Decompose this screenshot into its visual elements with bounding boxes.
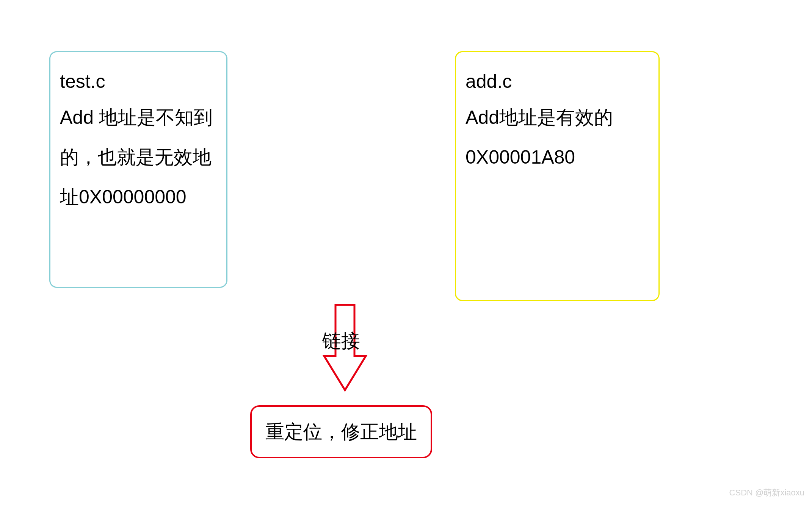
arrow-label: 链接 (322, 330, 360, 352)
addc-body: Add地址是有效的0X00001A80 (466, 98, 649, 177)
result-text: 重定位，修正地址 (265, 419, 417, 445)
testc-box: test.c Add 地址是不知到的，也就是无效地址0X00000000 (49, 51, 227, 288)
testc-body: Add 地址是不知到的，也就是无效地址0X00000000 (60, 98, 217, 217)
addc-box: add.c Add地址是有效的0X00001A80 (455, 51, 660, 301)
result-box: 重定位，修正地址 (250, 405, 432, 458)
addc-title: add.c (466, 67, 649, 96)
testc-title: test.c (60, 67, 217, 96)
watermark: CSDN @萌新xiaoxu (729, 487, 804, 498)
